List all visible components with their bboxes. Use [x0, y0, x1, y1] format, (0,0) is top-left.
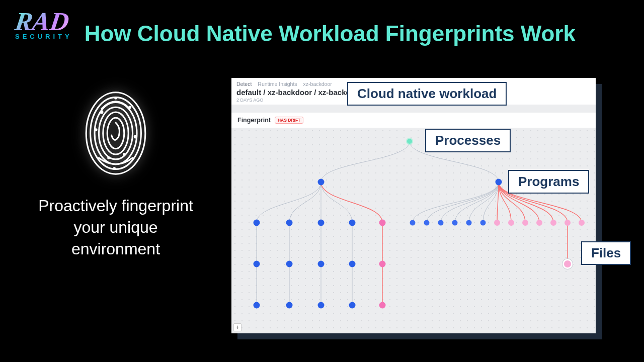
- header: RAD SECURITY How Cloud Native Workload F…: [0, 0, 644, 46]
- svg-point-6: [100, 111, 104, 114]
- tree-node[interactable]: [286, 261, 293, 267]
- logo: RAD SECURITY: [15, 10, 72, 40]
- tree-node[interactable]: [379, 261, 386, 267]
- tagline: Proactively fingerprint your unique envi…: [30, 195, 201, 260]
- tree-node[interactable]: [379, 302, 386, 309]
- graph-edges: [231, 127, 596, 333]
- tree-node[interactable]: [508, 220, 514, 226]
- svg-point-12: [114, 97, 117, 100]
- tree-node[interactable]: [349, 220, 356, 226]
- tree-node[interactable]: [254, 220, 260, 226]
- tree-node[interactable]: [286, 302, 293, 309]
- tree-node[interactable]: [480, 220, 486, 226]
- label-processes: Processes: [425, 129, 511, 152]
- tree-node[interactable]: [550, 220, 556, 226]
- graph-area[interactable]: +: [231, 127, 596, 333]
- tree-node[interactable]: [254, 261, 260, 267]
- label-files: Files: [581, 241, 631, 265]
- drift-badge: HAS DRIFT: [275, 117, 303, 124]
- tree-node[interactable]: [438, 220, 444, 226]
- zoom-in-button[interactable]: +: [233, 323, 242, 331]
- svg-point-3: [99, 107, 132, 159]
- crumb-xz[interactable]: xz-backdoor: [303, 81, 332, 87]
- tree-node[interactable]: [349, 302, 356, 309]
- page-title: How Cloud Native Workload Fingerprints W…: [85, 21, 576, 46]
- fingerprint-row: Fingerprint HAS DRIFT: [231, 113, 596, 128]
- svg-point-7: [128, 106, 131, 109]
- tree-node[interactable]: [379, 220, 386, 226]
- svg-point-10: [107, 156, 110, 159]
- tree-node[interactable]: [406, 138, 413, 145]
- fingerprint-label: Fingerprint: [237, 117, 271, 124]
- fingerprint-panel-wrap: Detect Runtime Insights xz-backdoor defa…: [231, 78, 596, 333]
- label-workload: Cloud native workload: [347, 82, 507, 106]
- tree-node[interactable]: [318, 220, 325, 226]
- tree-node[interactable]: [496, 179, 502, 186]
- svg-point-13: [113, 167, 116, 170]
- tree-node[interactable]: [564, 260, 571, 267]
- tree-node[interactable]: [286, 220, 293, 226]
- tree-node[interactable]: [452, 220, 458, 226]
- logo-brand: RAD: [14, 10, 70, 34]
- crumb-runtime[interactable]: Runtime Insights: [258, 81, 297, 87]
- tree-node[interactable]: [318, 302, 325, 309]
- fingerprint-panel: Detect Runtime Insights xz-backdoor defa…: [231, 78, 596, 333]
- svg-point-8: [95, 128, 98, 131]
- svg-point-11: [123, 153, 126, 156]
- tree-node[interactable]: [522, 220, 528, 226]
- crumb-detect[interactable]: Detect: [236, 81, 252, 87]
- label-programs: Programs: [508, 170, 589, 194]
- tree-node[interactable]: [424, 220, 430, 226]
- tree-node[interactable]: [494, 220, 500, 226]
- tree-node[interactable]: [254, 302, 260, 309]
- tree-node[interactable]: [579, 220, 585, 226]
- tree-node[interactable]: [349, 261, 356, 267]
- svg-point-1: [91, 98, 141, 169]
- fingerprint-icon: [80, 85, 151, 181]
- tree-node[interactable]: [536, 220, 542, 226]
- svg-point-9: [134, 135, 137, 139]
- tree-node[interactable]: [318, 179, 325, 186]
- tree-node[interactable]: [565, 220, 571, 226]
- left-column: Proactively fingerprint your unique envi…: [30, 85, 201, 260]
- tree-node[interactable]: [318, 261, 325, 267]
- tree-node[interactable]: [466, 220, 472, 226]
- tree-node[interactable]: [410, 220, 416, 226]
